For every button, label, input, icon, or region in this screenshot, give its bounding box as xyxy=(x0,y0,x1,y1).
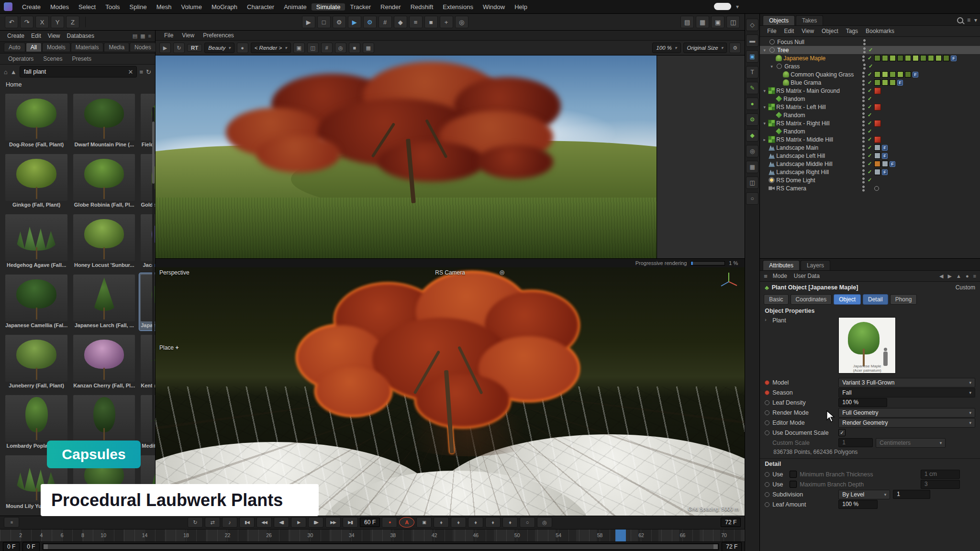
prev-frame-button[interactable]: ◀▮ xyxy=(274,517,289,528)
clear-search-icon[interactable]: ✕ xyxy=(128,68,134,76)
objects-tab-takes[interactable]: Takes xyxy=(796,15,823,25)
material-tag-icon[interactable] xyxy=(890,71,896,77)
field-tag-icon[interactable]: F xyxy=(897,80,903,86)
key-scale-icon[interactable]: ♦ xyxy=(451,517,466,528)
keyframe-dot-icon[interactable] xyxy=(765,430,769,435)
settings-gear-icon[interactable]: ⚙ xyxy=(729,43,741,53)
menu-mograph[interactable]: MoGraph xyxy=(207,3,242,11)
value-field[interactable]: 1 xyxy=(838,438,873,447)
menu-tracker[interactable]: Tracker xyxy=(345,3,376,11)
enable-check-icon[interactable]: ✓ xyxy=(867,177,873,183)
visibility-dots-icon[interactable] xyxy=(862,104,865,110)
range-start-field[interactable]: 0 F xyxy=(22,542,39,551)
toolbar-snap-button[interactable]: ◆ xyxy=(394,16,407,28)
field-tag-icon[interactable]: F xyxy=(882,153,888,159)
filter-icon[interactable]: ≡ xyxy=(140,68,144,76)
play-button[interactable]: ▶ xyxy=(291,517,306,528)
generator-tool-icon[interactable]: ⚙ xyxy=(746,113,758,126)
tweak-tool-icon[interactable]: ◇ xyxy=(746,19,758,31)
autokey-button[interactable]: A xyxy=(399,517,414,528)
next-frame-button[interactable]: ▮▶ xyxy=(308,517,323,528)
deformer-tool-icon[interactable]: ◆ xyxy=(746,129,758,142)
object-row-rs-camera[interactable]: RS Camera xyxy=(760,184,980,192)
browser-menu-create[interactable]: Create xyxy=(4,33,28,39)
object-row-rs-matrix-main-ground[interactable]: ▾RS Matrix - Main Ground✓ xyxy=(760,87,980,95)
rendered-image[interactable] xyxy=(156,55,657,258)
up-icon[interactable]: ▲ xyxy=(956,273,961,279)
field-tag-icon[interactable]: F xyxy=(882,145,888,151)
dropdown[interactable]: Render Geometry▾ xyxy=(838,418,975,428)
toolbar-axis-x-button[interactable]: X xyxy=(35,16,49,28)
visibility-dots-icon[interactable] xyxy=(863,47,866,54)
objects-menu-bookmarks[interactable]: Bookmarks xyxy=(862,28,898,34)
spline-pen-icon[interactable]: ✎ xyxy=(746,82,758,94)
visibility-dots-icon[interactable] xyxy=(863,39,866,45)
attributes-menu-user-data[interactable]: User Data xyxy=(791,273,823,279)
compare-icon[interactable]: ◫ xyxy=(307,43,319,53)
toolbar-axis-z-button[interactable]: Z xyxy=(66,16,79,28)
plane-tool-icon[interactable]: ▬ xyxy=(746,34,758,47)
toolbar-simulate-play-button[interactable]: ▶ xyxy=(348,16,361,28)
visibility-dots-icon[interactable] xyxy=(862,169,865,176)
browser-menu-edit[interactable]: Edit xyxy=(28,33,45,39)
place-tool-icon[interactable]: + xyxy=(175,344,178,351)
key-position-icon[interactable]: ♦ xyxy=(434,517,449,528)
plant-tile-kanzan-cherry-fall-pl[interactable]: Kanzan Cherry (Fall, Pl... xyxy=(72,333,136,391)
objects-menu-edit[interactable]: Edit xyxy=(781,28,798,34)
menu-spline[interactable]: Spline xyxy=(125,3,152,11)
object-row-blue-grama[interactable]: Blue Grama✓F xyxy=(760,78,980,87)
region-icon[interactable]: ◎ xyxy=(335,43,346,53)
range-end-handle[interactable] xyxy=(713,544,718,549)
preview-range-track[interactable] xyxy=(43,543,719,550)
panel-menu-icon[interactable]: ≡ xyxy=(148,33,151,39)
browser-tab-nodes[interactable]: Nodes xyxy=(130,43,156,52)
scene-nodes-icon[interactable]: ▦ xyxy=(746,161,758,173)
material-tag-icon[interactable] xyxy=(874,144,880,151)
enable-check-icon[interactable]: ✓ xyxy=(867,153,873,159)
enable-check-icon[interactable]: ✓ xyxy=(867,112,873,118)
timeline-menu-icon[interactable]: ≡ xyxy=(4,517,19,528)
menu-modes[interactable]: Modes xyxy=(45,3,74,11)
field-tag-icon[interactable]: F xyxy=(890,161,895,167)
objects-menu-file[interactable]: File xyxy=(764,28,780,34)
renderview-menu-preferences[interactable]: Preferences xyxy=(199,32,238,39)
enable-check-icon[interactable]: ✓ xyxy=(867,104,873,110)
field-tag-icon[interactable]: F xyxy=(951,55,957,61)
material-tag-icon[interactable] xyxy=(874,79,880,86)
visibility-dots-icon[interactable] xyxy=(862,71,865,78)
browser-menu-view[interactable]: View xyxy=(45,33,64,39)
keyframe-dot-icon[interactable] xyxy=(765,492,769,497)
keyframe-dot-icon[interactable] xyxy=(765,400,769,405)
playhead[interactable] xyxy=(615,529,626,541)
expander-icon[interactable]: › xyxy=(765,317,769,376)
material-tag-icon[interactable] xyxy=(882,71,888,77)
field-tag-icon[interactable]: F xyxy=(913,72,918,77)
visibility-dots-icon[interactable] xyxy=(862,161,865,167)
browser-subtab-scenes[interactable]: Scenes xyxy=(39,55,67,63)
camera-tool-icon[interactable]: ◫ xyxy=(746,176,758,189)
enable-check-icon[interactable]: ✓ xyxy=(867,161,873,167)
cycle-button[interactable]: ◎ xyxy=(537,517,552,528)
asset-scrollbar[interactable] xyxy=(152,107,155,442)
toolbar-layout-animate-button[interactable]: ▣ xyxy=(711,16,724,28)
menu-extensions[interactable]: Extensions xyxy=(438,3,478,11)
crop-icon[interactable]: ■ xyxy=(349,43,360,53)
forward-icon[interactable]: ▶ xyxy=(948,273,952,279)
plant-tile-juneberry-fall-plant[interactable]: Juneberry (Fall, Plant) xyxy=(4,333,69,391)
redshift-object-tag-icon[interactable] xyxy=(874,136,881,143)
material-tag-icon[interactable] xyxy=(890,79,896,86)
menu-select[interactable]: Select xyxy=(74,3,100,11)
material-tag-icon[interactable] xyxy=(874,55,880,61)
expander-open-icon[interactable]: ▾ xyxy=(762,88,767,93)
plant-tile-ginkgo-fall-plant[interactable]: Ginkgo (Fall, Plant) xyxy=(4,153,69,210)
toolbar-render-view-button[interactable]: ▶ xyxy=(302,16,315,28)
end-frame-field[interactable]: 72 F xyxy=(721,518,741,527)
keyframe-dot-icon[interactable] xyxy=(765,390,769,395)
object-row-tree[interactable]: ▾Tree✓ xyxy=(760,46,980,54)
material-tag-icon[interactable] xyxy=(882,55,888,61)
toolbar-undo-icon[interactable]: ↶ xyxy=(5,16,18,28)
axis-gizmo[interactable] xyxy=(718,270,740,292)
render-start-icon[interactable]: ▶ xyxy=(159,43,171,53)
zoom-select[interactable]: 100 %▾ xyxy=(652,43,680,53)
panel-options-icon[interactable]: ▾ xyxy=(974,17,977,23)
